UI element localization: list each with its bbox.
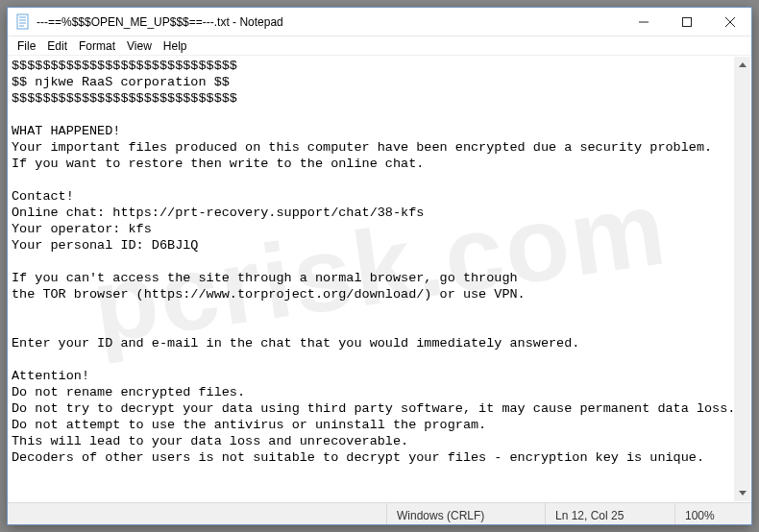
status-cursor-position: Ln 12, Col 25 bbox=[545, 503, 674, 524]
status-encoding: Windows (CRLF) bbox=[386, 503, 545, 524]
menu-edit[interactable]: Edit bbox=[41, 38, 73, 54]
svg-rect-0 bbox=[17, 14, 28, 29]
menu-format[interactable]: Format bbox=[73, 38, 121, 54]
titlebar[interactable]: ---==%$$$OPEN_ME_UP$$$==---.txt - Notepa… bbox=[8, 8, 751, 36]
text-area[interactable]: $$$$$$$$$$$$$$$$$$$$$$$$$$$$$ $$ njkwe R… bbox=[8, 56, 751, 502]
status-spacer bbox=[8, 503, 386, 524]
svg-rect-6 bbox=[682, 18, 691, 27]
scrollbar-track[interactable] bbox=[734, 73, 750, 485]
maximize-button[interactable] bbox=[665, 8, 708, 36]
window-title: ---==%$$$OPEN_ME_UP$$$==---.txt - Notepa… bbox=[37, 15, 622, 29]
statusbar: Windows (CRLF) Ln 12, Col 25 100% bbox=[8, 502, 751, 524]
vertical-scrollbar[interactable] bbox=[734, 57, 750, 501]
notepad-icon bbox=[15, 12, 31, 32]
menu-view[interactable]: View bbox=[121, 38, 158, 54]
app-window: ---==%$$$OPEN_ME_UP$$$==---.txt - Notepa… bbox=[7, 7, 752, 525]
menu-file[interactable]: File bbox=[12, 38, 41, 54]
menubar: File Edit Format View Help bbox=[8, 36, 751, 56]
window-controls bbox=[622, 8, 751, 36]
status-zoom: 100% bbox=[674, 503, 751, 524]
svg-marker-9 bbox=[739, 62, 747, 67]
svg-marker-10 bbox=[739, 491, 747, 496]
menu-help[interactable]: Help bbox=[158, 38, 193, 54]
scroll-down-button[interactable] bbox=[734, 485, 750, 501]
close-button[interactable] bbox=[708, 8, 751, 36]
minimize-button[interactable] bbox=[622, 8, 665, 36]
scroll-up-button[interactable] bbox=[734, 57, 750, 73]
